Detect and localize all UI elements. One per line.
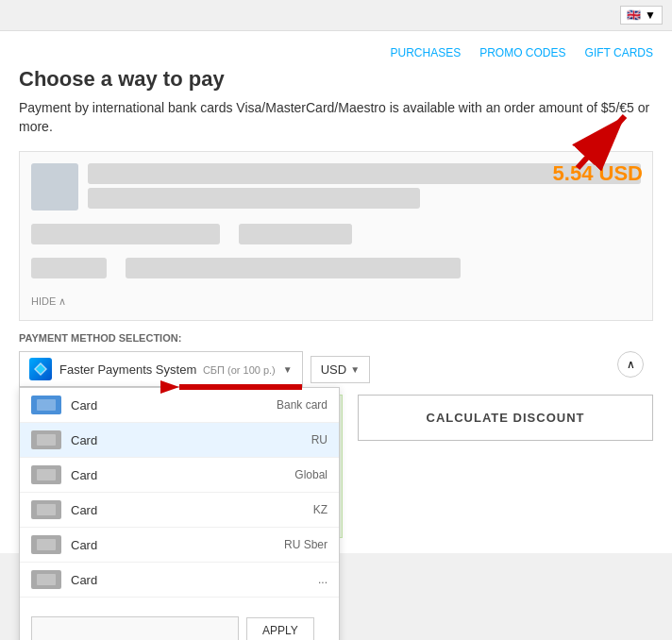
dropdown-sublabel-5: ... (318, 573, 328, 586)
payment-wrapper: Faster Payments System СБП (or 100 p.) ▼… (19, 351, 653, 387)
nav-links: PURCHASES PROMO CODES GIFT CARDS (19, 46, 653, 59)
dropdown-item-5[interactable]: Card ... (20, 563, 339, 598)
payment-method-selector[interactable]: Faster Payments System СБП (or 100 p.) ▼ (19, 351, 303, 387)
nav-gift-cards[interactable]: GIFT CARDS (585, 46, 653, 59)
main-content: PURCHASES PROMO CODES GIFT CARDS Choose … (0, 31, 672, 553)
chevron-down-icon: ▼ (645, 8, 656, 22)
dropdown-item-0[interactable]: Card Bank card (20, 388, 339, 423)
dropdown-item-3[interactable]: Card KZ (20, 493, 339, 528)
price-badge: 5.54 USD (553, 161, 643, 186)
apply-button[interactable]: APPLY (246, 617, 314, 640)
payment-chevron-icon: ▼ (283, 364, 293, 375)
dropdown-sublabel-0: Bank card (277, 398, 328, 412)
dropdown-label-5: Card (71, 573, 309, 587)
dropdown-sublabel-2: Global (294, 468, 328, 481)
promo-area: APPLY (20, 609, 339, 640)
subtitle: Payment by international bank cards Visa… (19, 99, 653, 136)
nav-purchases[interactable]: PURCHASES (391, 46, 462, 59)
dropdown-label-2: Card (71, 468, 285, 482)
dropdown-item-2[interactable]: Card Global (20, 458, 339, 493)
card-icon-5 (31, 570, 61, 589)
page-title: Choose a way to pay (19, 67, 653, 92)
currency-chevron-icon: ▼ (350, 364, 360, 375)
payment-section-label: PAYMENT METHOD SELECTION: (19, 332, 653, 344)
dropdown-label-4: Card (71, 538, 275, 552)
promo-input[interactable] (31, 616, 239, 640)
dropdown-label-3: Card (71, 503, 304, 517)
card-icon-2 (31, 465, 61, 484)
dropdown-item-4[interactable]: Card RU Sber (20, 528, 339, 563)
card-icon-0 (31, 396, 61, 414)
card-icon-4 (31, 535, 61, 554)
order-summary: 5.54 USD HIDE ∧ (19, 151, 653, 321)
flag-icon: 🇬🇧 (627, 8, 641, 22)
dropdown-sublabel-4: RU Sber (284, 538, 328, 551)
payment-row: Faster Payments System СБП (or 100 p.) ▼… (19, 351, 653, 387)
currency-text: USD (321, 362, 346, 377)
card-icon-1 (31, 430, 61, 449)
fps-icon (29, 358, 52, 380)
hide-link[interactable]: HIDE ∧ (31, 295, 66, 308)
dropdown-label-0: Card (71, 398, 267, 413)
dropdown-label-1: Card (71, 433, 302, 447)
calculate-discount-button[interactable]: CALCULATE DISCOUNT (358, 395, 653, 441)
dropdown-item-1[interactable]: Card RU (20, 423, 339, 458)
currency-selector[interactable]: USD ▼ (311, 356, 370, 383)
payment-method-text: Faster Payments System СБП (or 100 p.) (59, 362, 276, 377)
top-bar: 🇬🇧 ▼ (0, 0, 672, 31)
dropdown-sublabel-1: RU (311, 433, 328, 446)
chevron-up-icon: ∧ (627, 358, 635, 371)
card-icon-3 (31, 500, 61, 519)
dropdown-sublabel-3: KZ (313, 503, 328, 516)
payment-dropdown: Card Bank card Card RU Card Global (19, 387, 340, 640)
payment-section: PAYMENT METHOD SELECTION: Faster Payment… (19, 332, 653, 387)
collapse-button[interactable]: ∧ (617, 351, 644, 378)
nav-promo-codes[interactable]: PROMO CODES (479, 46, 565, 59)
language-selector[interactable]: 🇬🇧 ▼ (620, 6, 663, 25)
